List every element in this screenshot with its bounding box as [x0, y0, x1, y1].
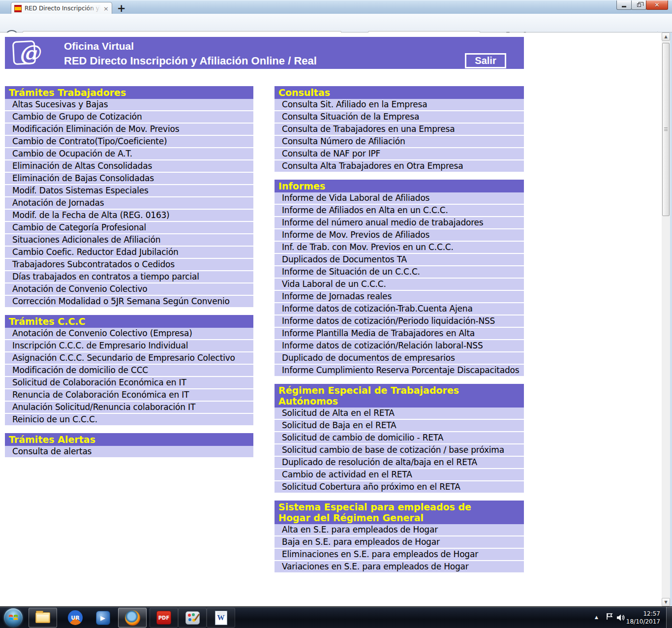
menu-section: Régimen Especial de Trabajadores Autónom…	[275, 384, 524, 493]
pdf-icon: PDF	[156, 611, 171, 625]
menu-item[interactable]: Cambio Coefic. Reductor Edad Jubilación	[5, 247, 253, 259]
browser-tab[interactable]: RED Directo Inscripción y Afil ×	[11, 2, 112, 14]
menu-item[interactable]: Anulación Solicitud/Renuncia colaboració…	[5, 402, 253, 414]
menu-item[interactable]: Modificación Eliminación de Mov. Previos	[5, 124, 253, 136]
menu-item[interactable]: Solicitud Cobertura año próximo en el RE…	[275, 481, 524, 493]
section-header: Régimen Especial de Trabajadores Autónom…	[275, 384, 524, 408]
taskbar-pdf-button[interactable]: PDF	[150, 608, 178, 628]
menu-item[interactable]: Cambio de Contrato(Tipo/Coeficiente)	[5, 136, 253, 148]
menu-item[interactable]: Informe Cumplimiento Reserva Porcentaje …	[275, 365, 524, 376]
menu-item[interactable]: Reinicio de un C.C.C.	[5, 414, 253, 425]
menu-item[interactable]: Informe datos de cotización/Relación lab…	[275, 340, 524, 352]
menu-item[interactable]: Altas Sucesivas y Bajas	[5, 99, 253, 111]
taskbar-ur-browser-button[interactable]: UR	[61, 608, 90, 628]
tray-show-hidden-icons[interactable]: ▲	[595, 615, 598, 620]
menu-item[interactable]: Solicitud de cambio de domicilio - RETA	[275, 432, 524, 444]
menu-item[interactable]: Informe datos de cotización-Trab.Cuenta …	[275, 303, 524, 315]
clock-date: 18/10/2017	[626, 618, 660, 626]
menu-item[interactable]: Corrección Modalidad o 5JR Semana Según …	[5, 296, 253, 307]
taskbar-word-button[interactable]: W	[207, 608, 235, 628]
windows-flag-icon	[8, 613, 18, 623]
section-header: Trámites Trabajadores	[5, 86, 253, 99]
taskbar-paint-button[interactable]	[178, 608, 207, 628]
new-tab-button[interactable]: +	[117, 2, 126, 14]
menu-item[interactable]: Cambio de Ocupación de A.T.	[5, 148, 253, 160]
menu-item[interactable]: Consulta de NAF por IPF	[275, 148, 524, 160]
section-header: Trámites C.C.C	[5, 315, 253, 328]
menu-item[interactable]: Informe de Jornadas reales	[275, 291, 524, 303]
scrollbar-thumb[interactable]	[662, 43, 670, 216]
menu-item[interactable]: Variaciones en S.E. para empleados de Ho…	[275, 561, 524, 572]
minimize-button[interactable]	[616, 0, 632, 10]
menu-item[interactable]: Asignación C.C.C. Secundario de Empresar…	[5, 352, 253, 365]
menu-item[interactable]: Cambio de actividad en el RETA	[275, 469, 524, 481]
menu-item[interactable]: Anotación de Convenio Colectivo	[5, 283, 253, 296]
menu-item[interactable]: Informe datos de cotización/Periodo liqu…	[275, 315, 524, 328]
action-center-flag-icon[interactable]	[606, 613, 613, 622]
menu-item[interactable]: Vida Laboral de un C.C.C.	[275, 279, 524, 291]
menu-item[interactable]: Duplicado de documentos de empresarios	[275, 352, 524, 365]
restore-button[interactable]	[631, 0, 646, 10]
word-icon: W	[215, 611, 227, 625]
menu-item[interactable]: Cambio de Categoría Profesional	[5, 222, 253, 234]
taskbar-firefox-button[interactable]	[118, 608, 147, 628]
ur-browser-icon: UR	[68, 610, 83, 625]
menu-item[interactable]: Alta en S.E. para empleados de Hogar	[275, 524, 524, 536]
menu-item[interactable]: Inf. de Trab. con Mov. Previos en un C.C…	[275, 242, 524, 254]
menu-item[interactable]: Consulta de Trabajadores en una Empresa	[275, 124, 524, 136]
menu-item[interactable]: Eliminación de Altas Consolidadas	[5, 160, 253, 173]
menu-item[interactable]: Solicitud cambio de base de cotización /…	[275, 444, 524, 457]
menu-item[interactable]: Informe de Afiliados en Alta en un C.C.C…	[275, 205, 524, 217]
tab-close-icon[interactable]: ×	[103, 5, 109, 12]
taskbar-clock[interactable]: 12:57 18/10/2017	[626, 610, 660, 626]
taskbar-explorer-button[interactable]	[29, 608, 57, 628]
menu-item[interactable]: Duplicado de resolución de alta/baja en …	[275, 457, 524, 469]
section-header: Trámites Alertas	[5, 433, 253, 446]
menu-item[interactable]: Modif. de la Fecha de Alta (REG. 0163)	[5, 210, 253, 222]
menu-item[interactable]: Cambio de Grupo de Cotización	[5, 111, 253, 124]
menu-item[interactable]: Solicitud de Colaboración Económica en I…	[5, 377, 253, 389]
scroll-down-arrow-icon[interactable]: ▼	[662, 598, 670, 606]
scroll-up-arrow-icon[interactable]: ▲	[662, 32, 670, 41]
close-button[interactable]: ✕	[646, 0, 668, 10]
menu-item[interactable]: Anotación de Jornadas	[5, 197, 253, 210]
section-header: Sistema Especial para empleados de Hogar…	[275, 501, 524, 524]
menu-item[interactable]: Eliminaciones en S.E. para empleados de …	[275, 549, 524, 561]
taskbar-media-player-button[interactable]: ▶	[89, 608, 117, 628]
section-header: Informes	[275, 180, 524, 192]
menu-item[interactable]: Situaciones Adicionales de Afiliación	[5, 234, 253, 247]
menu-item[interactable]: Informe de Situación de un C.C.C.	[275, 266, 524, 279]
menu-item[interactable]: Informe del número anual medio de trabaj…	[275, 217, 524, 229]
page-scrollbar[interactable]: ▲ ▼	[662, 32, 670, 606]
menu-section: Trámites TrabajadoresAltas Sucesivas y B…	[5, 86, 253, 307]
menu-item[interactable]: Informe Plantilla Media de Trabajadores …	[275, 328, 524, 340]
menu-item[interactable]: Trabajadores Subcontratados o Cedidos	[5, 259, 253, 271]
menu-column-right: ConsultasConsulta Sit. Afiliado en la Em…	[275, 86, 524, 580]
menu-item[interactable]: Solicitud de Alta en el RETA	[275, 408, 524, 420]
menu-item[interactable]: Consulta Alta Trabajadores en Otra Empre…	[275, 160, 524, 172]
menu-section: Trámites AlertasConsulta de alertas	[5, 433, 253, 457]
section-items: Anotación de Convenio Colectivo (Empresa…	[5, 328, 253, 425]
menu-item[interactable]: Modif. Datos Sistemas Especiales	[5, 185, 253, 197]
menu-item[interactable]: Modificación de domicilio de CCC	[5, 365, 253, 377]
menu-item[interactable]: Solicitud de Baja en el RETA	[275, 420, 524, 432]
menu-item[interactable]: Consulta Número de Afiliación	[275, 136, 524, 148]
menu-item[interactable]: Informe de Vida Laboral de Afiliados	[275, 192, 524, 205]
volume-icon[interactable]	[617, 614, 625, 623]
menu-item[interactable]: Anotación de Convenio Colectivo (Empresa…	[5, 328, 253, 340]
menu-item[interactable]: Consulta Situación de la Empresa	[275, 111, 524, 124]
menu-item[interactable]: Consulta Sit. Afiliado en la Empresa	[275, 99, 524, 111]
menu-item[interactable]: Baja en S.E. para empleados de Hogar	[275, 536, 524, 549]
menu-item[interactable]: Inscripción C.C.C. de Empresario Individ…	[5, 340, 253, 352]
menu-section: InformesInforme de Vida Laboral de Afili…	[275, 180, 524, 376]
menu-item[interactable]: Informe de Mov. Previos de Afiliados	[275, 229, 524, 242]
menu-item[interactable]: Duplicados de Documentos TA	[275, 254, 524, 266]
show-desktop-button[interactable]	[666, 607, 672, 628]
page-subtitle: RED Directo Inscripción y Afiliación Onl…	[64, 55, 317, 67]
menu-item[interactable]: Renuncia de Colaboración Económica en IT	[5, 389, 253, 402]
menu-item[interactable]: Eliminación de Bajas Consolidadas	[5, 173, 253, 185]
menu-item[interactable]: Días trabajados en contratos a tiempo pa…	[5, 271, 253, 283]
start-button[interactable]	[4, 608, 23, 627]
salir-button[interactable]: Salir	[465, 53, 506, 68]
menu-item[interactable]: Consulta de alertas	[5, 446, 253, 457]
